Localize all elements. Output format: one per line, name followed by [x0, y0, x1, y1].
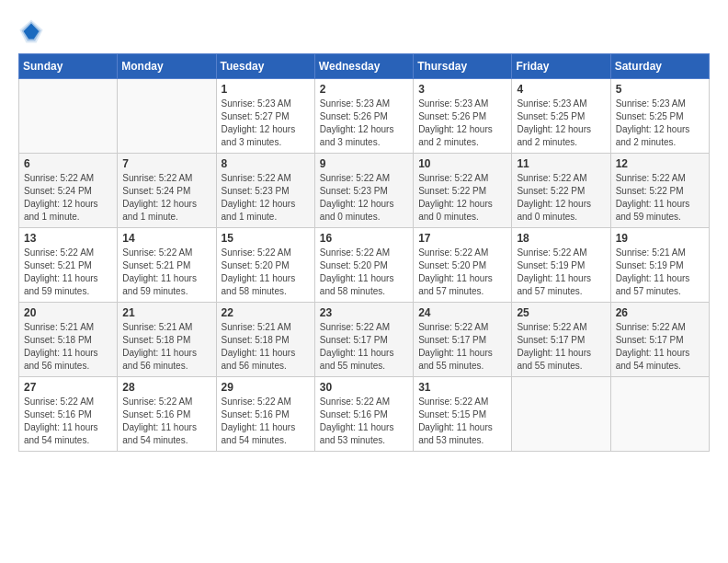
calendar-cell: 21Sunrise: 5:21 AM Sunset: 5:18 PM Dayli… — [118, 303, 216, 377]
day-content: Sunrise: 5:22 AM Sunset: 5:22 PM Dayligh… — [517, 172, 605, 224]
day-number: 16 — [320, 232, 408, 245]
day-number: 7 — [122, 157, 210, 170]
day-number: 28 — [122, 381, 210, 394]
calendar-cell: 27Sunrise: 5:22 AM Sunset: 5:16 PM Dayli… — [19, 377, 118, 452]
calendar-cell: 18Sunrise: 5:22 AM Sunset: 5:19 PM Dayli… — [512, 228, 610, 303]
day-content: Sunrise: 5:22 AM Sunset: 5:17 PM Dayligh… — [616, 321, 704, 373]
day-number: 24 — [418, 306, 506, 319]
logo — [18, 18, 48, 44]
day-content: Sunrise: 5:22 AM Sunset: 5:17 PM Dayligh… — [418, 321, 506, 373]
calendar-cell: 12Sunrise: 5:22 AM Sunset: 5:22 PM Dayli… — [610, 154, 709, 228]
day-number: 14 — [122, 232, 210, 245]
day-content: Sunrise: 5:22 AM Sunset: 5:22 PM Dayligh… — [418, 172, 506, 224]
day-number: 25 — [517, 306, 605, 319]
day-number: 13 — [24, 232, 112, 245]
day-content: Sunrise: 5:22 AM Sunset: 5:24 PM Dayligh… — [24, 172, 112, 224]
calendar-cell: 23Sunrise: 5:22 AM Sunset: 5:17 PM Dayli… — [314, 303, 413, 377]
day-content: Sunrise: 5:22 AM Sunset: 5:16 PM Dayligh… — [222, 396, 310, 447]
day-content: Sunrise: 5:22 AM Sunset: 5:16 PM Dayligh… — [122, 396, 210, 447]
day-content: Sunrise: 5:23 AM Sunset: 5:26 PM Dayligh… — [320, 98, 408, 149]
day-number: 11 — [517, 157, 605, 170]
day-number: 23 — [320, 306, 408, 319]
calendar-cell: 4Sunrise: 5:23 AM Sunset: 5:25 PM Daylig… — [512, 79, 610, 154]
day-number: 17 — [418, 232, 506, 245]
day-content: Sunrise: 5:22 AM Sunset: 5:17 PM Dayligh… — [517, 321, 605, 373]
week-row-5: 27Sunrise: 5:22 AM Sunset: 5:16 PM Dayli… — [19, 377, 710, 452]
day-number: 9 — [320, 157, 408, 170]
day-number: 1 — [222, 83, 310, 96]
day-number: 31 — [418, 381, 506, 394]
day-number: 2 — [320, 83, 408, 96]
calendar-cell: 24Sunrise: 5:22 AM Sunset: 5:17 PM Dayli… — [414, 303, 512, 377]
day-number: 8 — [222, 157, 310, 170]
calendar-cell: 11Sunrise: 5:22 AM Sunset: 5:22 PM Dayli… — [512, 154, 610, 228]
day-content: Sunrise: 5:22 AM Sunset: 5:23 PM Dayligh… — [222, 172, 310, 224]
calendar-cell: 17Sunrise: 5:22 AM Sunset: 5:20 PM Dayli… — [414, 228, 512, 303]
week-row-1: 1Sunrise: 5:23 AM Sunset: 5:27 PM Daylig… — [19, 79, 710, 154]
day-number: 3 — [418, 83, 506, 96]
day-content: Sunrise: 5:21 AM Sunset: 5:19 PM Dayligh… — [616, 247, 704, 298]
day-content: Sunrise: 5:23 AM Sunset: 5:27 PM Dayligh… — [222, 98, 310, 149]
day-content: Sunrise: 5:23 AM Sunset: 5:25 PM Dayligh… — [616, 98, 704, 149]
weekday-header-thursday: Thursday — [414, 54, 512, 79]
calendar-cell: 1Sunrise: 5:23 AM Sunset: 5:27 PM Daylig… — [216, 79, 314, 154]
day-number: 18 — [517, 232, 605, 245]
day-number: 27 — [24, 381, 112, 394]
day-number: 21 — [122, 306, 210, 319]
day-number: 20 — [24, 306, 112, 319]
calendar-cell: 7Sunrise: 5:22 AM Sunset: 5:24 PM Daylig… — [118, 154, 216, 228]
day-number: 30 — [320, 381, 408, 394]
calendar-cell: 19Sunrise: 5:21 AM Sunset: 5:19 PM Dayli… — [610, 228, 709, 303]
calendar-cell — [610, 377, 709, 452]
day-number: 12 — [616, 157, 704, 170]
header-row: SundayMondayTuesdayWednesdayThursdayFrid… — [19, 54, 710, 79]
calendar-cell: 14Sunrise: 5:22 AM Sunset: 5:21 PM Dayli… — [118, 228, 216, 303]
day-content: Sunrise: 5:22 AM Sunset: 5:22 PM Dayligh… — [616, 172, 704, 224]
calendar-cell — [19, 79, 118, 154]
day-content: Sunrise: 5:23 AM Sunset: 5:25 PM Dayligh… — [517, 98, 605, 149]
calendar-cell: 28Sunrise: 5:22 AM Sunset: 5:16 PM Dayli… — [118, 377, 216, 452]
calendar-cell: 6Sunrise: 5:22 AM Sunset: 5:24 PM Daylig… — [19, 154, 118, 228]
day-number: 4 — [517, 83, 605, 96]
calendar-cell: 30Sunrise: 5:22 AM Sunset: 5:16 PM Dayli… — [314, 377, 413, 452]
weekday-header-friday: Friday — [512, 54, 610, 79]
weekday-header-wednesday: Wednesday — [314, 54, 413, 79]
calendar-cell — [512, 377, 610, 452]
day-content: Sunrise: 5:21 AM Sunset: 5:18 PM Dayligh… — [122, 321, 210, 373]
day-content: Sunrise: 5:22 AM Sunset: 5:21 PM Dayligh… — [122, 247, 210, 298]
day-content: Sunrise: 5:22 AM Sunset: 5:17 PM Dayligh… — [320, 321, 408, 373]
day-content: Sunrise: 5:22 AM Sunset: 5:20 PM Dayligh… — [320, 247, 408, 298]
day-number: 6 — [24, 157, 112, 170]
calendar-cell: 26Sunrise: 5:22 AM Sunset: 5:17 PM Dayli… — [610, 303, 709, 377]
day-content: Sunrise: 5:22 AM Sunset: 5:21 PM Dayligh… — [24, 247, 112, 298]
day-content: Sunrise: 5:22 AM Sunset: 5:20 PM Dayligh… — [418, 247, 506, 298]
week-row-3: 13Sunrise: 5:22 AM Sunset: 5:21 PM Dayli… — [19, 228, 710, 303]
logo-icon — [18, 18, 44, 44]
calendar-cell: 8Sunrise: 5:22 AM Sunset: 5:23 PM Daylig… — [216, 154, 314, 228]
day-number: 26 — [616, 306, 704, 319]
weekday-header-tuesday: Tuesday — [216, 54, 314, 79]
day-content: Sunrise: 5:22 AM Sunset: 5:23 PM Dayligh… — [320, 172, 408, 224]
calendar-cell: 9Sunrise: 5:22 AM Sunset: 5:23 PM Daylig… — [314, 154, 413, 228]
day-content: Sunrise: 5:21 AM Sunset: 5:18 PM Dayligh… — [24, 321, 112, 373]
weekday-header-monday: Monday — [118, 54, 216, 79]
day-content: Sunrise: 5:22 AM Sunset: 5:15 PM Dayligh… — [418, 396, 506, 447]
calendar-cell: 25Sunrise: 5:22 AM Sunset: 5:17 PM Dayli… — [512, 303, 610, 377]
week-row-2: 6Sunrise: 5:22 AM Sunset: 5:24 PM Daylig… — [19, 154, 710, 228]
day-content: Sunrise: 5:21 AM Sunset: 5:18 PM Dayligh… — [222, 321, 310, 373]
calendar-cell: 15Sunrise: 5:22 AM Sunset: 5:20 PM Dayli… — [216, 228, 314, 303]
calendar-cell: 20Sunrise: 5:21 AM Sunset: 5:18 PM Dayli… — [19, 303, 118, 377]
calendar-cell — [118, 79, 216, 154]
calendar-cell: 29Sunrise: 5:22 AM Sunset: 5:16 PM Dayli… — [216, 377, 314, 452]
day-number: 29 — [222, 381, 310, 394]
calendar-cell: 13Sunrise: 5:22 AM Sunset: 5:21 PM Dayli… — [19, 228, 118, 303]
day-content: Sunrise: 5:22 AM Sunset: 5:24 PM Dayligh… — [122, 172, 210, 224]
calendar-table: SundayMondayTuesdayWednesdayThursdayFrid… — [18, 53, 710, 452]
calendar-cell: 31Sunrise: 5:22 AM Sunset: 5:15 PM Dayli… — [414, 377, 512, 452]
calendar-cell: 2Sunrise: 5:23 AM Sunset: 5:26 PM Daylig… — [314, 79, 413, 154]
page-header — [18, 18, 710, 44]
day-content: Sunrise: 5:23 AM Sunset: 5:26 PM Dayligh… — [418, 98, 506, 149]
day-number: 19 — [616, 232, 704, 245]
calendar-cell: 10Sunrise: 5:22 AM Sunset: 5:22 PM Dayli… — [414, 154, 512, 228]
day-number: 22 — [222, 306, 310, 319]
